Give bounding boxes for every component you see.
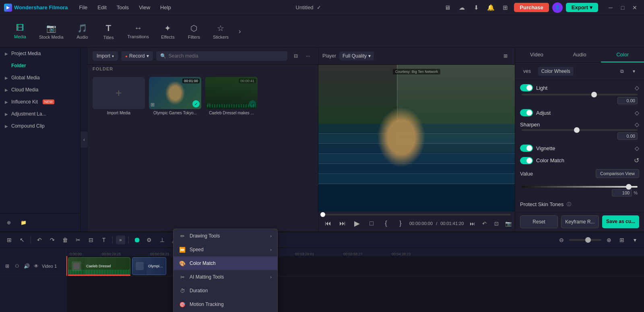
ctx-color-match[interactable]: 🎨 Color Match: [173, 256, 277, 270]
menu-help[interactable]: Help: [156, 3, 175, 12]
menu-edit[interactable]: Edit: [93, 3, 110, 12]
menu-view[interactable]: View: [135, 3, 154, 12]
reset-button[interactable]: Reset: [520, 215, 558, 228]
skip-back-icon[interactable]: ⏮: [322, 218, 334, 229]
bell-icon[interactable]: 🔔: [485, 2, 496, 13]
timeline-text-icon[interactable]: T: [99, 235, 109, 245]
timeline-more-button[interactable]: »: [116, 236, 125, 244]
value-slider[interactable]: [522, 186, 638, 188]
protect-info-icon[interactable]: ⓘ: [567, 201, 571, 207]
step-back-icon[interactable]: ⏭: [337, 218, 348, 229]
user-avatar[interactable]: 👤: [552, 2, 563, 13]
import-media-thumb[interactable]: + Import Media: [93, 77, 145, 115]
tab-color[interactable]: Color: [601, 48, 644, 62]
caeleb-media-thumb[interactable]: 00:00:41 ⊞ ✓ Caeleb Dressel makes ...: [205, 77, 258, 115]
compare-icon[interactable]: ⧉: [617, 66, 627, 76]
sidebar-item-cloud-media[interactable]: ▶ Cloud Media: [0, 84, 80, 96]
toolbar-filters[interactable]: ⬡ Filters: [182, 20, 206, 43]
value-slider-handle[interactable]: [626, 184, 632, 190]
sharpen-diamond-icon[interactable]: ◇: [635, 121, 639, 128]
ctx-drawing-tools[interactable]: ✏ Drawing Tools ›: [173, 229, 277, 243]
value-input[interactable]: [612, 189, 632, 196]
adjust-diamond-icon[interactable]: ◇: [635, 110, 639, 116]
sharpen-slider[interactable]: [522, 129, 638, 131]
toolbar-more-arrow[interactable]: ›: [235, 25, 244, 38]
record-button[interactable]: ● Record ▾: [121, 51, 153, 61]
cloud-upload-icon[interactable]: ☁: [456, 2, 467, 13]
monitor-icon[interactable]: 🖥: [442, 2, 453, 13]
timeline-layout-icon[interactable]: ⊞: [617, 235, 627, 245]
toolbar-stock-media[interactable]: 📷 Stock Media: [34, 20, 68, 43]
light-value-input[interactable]: [617, 97, 638, 104]
ctx-duration[interactable]: ⏱ Duration: [173, 284, 277, 298]
light-slider[interactable]: [522, 94, 638, 95]
skip-forward-icon[interactable]: ⏭: [467, 218, 477, 229]
caeleb-clip[interactable]: Caeleb Dressel: [68, 257, 130, 275]
zoom-slider[interactable]: [569, 239, 601, 241]
toolbar-audio[interactable]: 🎵 Audio: [70, 20, 95, 43]
color-match-reset-icon[interactable]: ↺: [634, 157, 639, 164]
add-folder-icon[interactable]: ⊕: [3, 217, 14, 228]
timeline-more2-icon[interactable]: ▾: [630, 235, 640, 245]
light-toggle[interactable]: [520, 84, 533, 91]
track-link-icon[interactable]: ⚇: [13, 262, 21, 270]
save-custom-button[interactable]: Save as cu...: [602, 215, 639, 228]
sidebar-item-project-media[interactable]: ▶ Project Media: [0, 48, 80, 60]
mark-out-icon[interactable]: }: [395, 218, 406, 229]
toolbar-media[interactable]: 🎞 Media: [8, 20, 32, 42]
record-circle-icon[interactable]: ⏺: [132, 235, 142, 245]
track-eye-icon[interactable]: 👁: [32, 262, 40, 270]
light-diamond-icon[interactable]: ◇: [635, 85, 639, 91]
play-button[interactable]: ▶: [351, 218, 363, 229]
timeline-grid-icon[interactable]: ⊞: [4, 235, 14, 245]
minimize-button[interactable]: ─: [605, 2, 616, 13]
zoom-handle[interactable]: [585, 237, 591, 243]
download-icon[interactable]: ⬇: [471, 2, 482, 13]
left-panel-collapse[interactable]: ‹: [80, 132, 88, 148]
split-icon[interactable]: ⊥: [157, 235, 167, 245]
progress-handle[interactable]: [320, 212, 325, 217]
timeline-crop-icon[interactable]: ⊟: [86, 235, 96, 245]
olympic-media-thumb[interactable]: 00:01:00 ⊞ ✓ Olympic Games Tokyo...: [149, 77, 201, 115]
sidebar-item-global-media[interactable]: ▶ Global Media: [0, 72, 80, 84]
undo-icon[interactable]: ↶: [479, 218, 489, 229]
ctx-ai-matting[interactable]: ✂ AI Matting Tools ›: [173, 270, 277, 284]
adjust-toggle[interactable]: [520, 109, 533, 116]
ctx-speed[interactable]: ⏩ Speed ›: [173, 243, 277, 256]
expand-icon[interactable]: ▾: [629, 66, 639, 76]
pip-icon[interactable]: ⊡: [491, 218, 502, 229]
timeline-cut-icon[interactable]: ✂: [73, 235, 83, 245]
comparison-view-button[interactable]: Comparison View: [596, 169, 639, 178]
import-button[interactable]: Import ▾: [93, 51, 118, 61]
sidebar-item-folder[interactable]: Folder: [0, 60, 80, 72]
tab-audio[interactable]: Audio: [558, 48, 601, 62]
fullscreen-icon[interactable]: ⊞: [500, 51, 511, 61]
toolbar-effects[interactable]: ✦ Effects: [156, 20, 180, 43]
toolbar-transitions[interactable]: ↔ Transitions: [123, 20, 154, 42]
progress-bar[interactable]: [322, 214, 511, 215]
more-icon[interactable]: ···: [303, 51, 313, 61]
maximize-button[interactable]: □: [617, 2, 628, 13]
sidebar-item-compound-clip[interactable]: ▶ Compound Clip: [0, 120, 80, 132]
sidebar-item-influence-kit[interactable]: ▶ Influence Kit NEW: [0, 96, 80, 108]
sub-tab-curves[interactable]: ves: [520, 67, 534, 76]
grid-icon[interactable]: ⊞: [500, 2, 511, 13]
color-match-toggle[interactable]: [520, 157, 533, 164]
mark-in-icon[interactable]: {: [380, 218, 392, 229]
timeline-delete-icon[interactable]: 🗑: [60, 235, 70, 245]
quality-select[interactable]: Full Quality ▾: [339, 52, 374, 60]
keyframe-button[interactable]: Keyframe R...: [561, 215, 599, 228]
close-button[interactable]: ✕: [630, 2, 640, 13]
stop-button[interactable]: □: [366, 218, 377, 229]
toolbar-stickers[interactable]: ☆ Stickers: [208, 20, 233, 43]
vignette-toggle[interactable]: [520, 145, 533, 152]
track-volume-icon[interactable]: 🔊: [23, 262, 31, 270]
ctx-motion-tracking[interactable]: 🎯 Motion Tracking: [173, 298, 277, 311]
toolbar-titles[interactable]: T Titles: [97, 20, 121, 43]
timeline-undo-icon[interactable]: ↶: [34, 235, 45, 245]
track-add-icon[interactable]: ⊞: [3, 262, 11, 270]
filter-icon[interactable]: ⊟: [291, 51, 301, 61]
vignette-diamond-icon[interactable]: ◇: [635, 145, 639, 151]
camera-icon[interactable]: 📷: [503, 218, 514, 229]
search-input[interactable]: [169, 53, 283, 59]
